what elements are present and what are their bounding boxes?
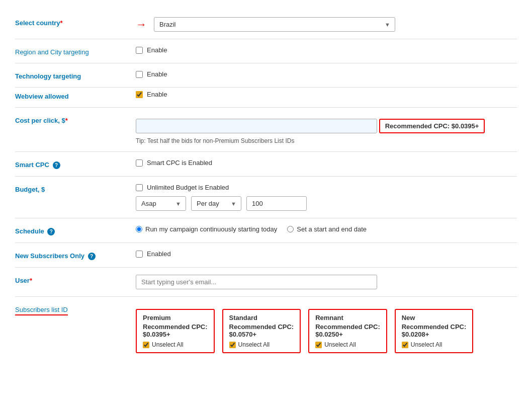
region-city-checkbox[interactable] [136,47,143,54]
sub-card-premium-cpc: Recommended CPC: $0.0395+ [143,323,208,338]
budget-period-select[interactable]: Per day Per week Per month Total [191,196,241,211]
cpc-control: 0.01 Recommended CPC: $0.0395+ Tip: Test… [136,115,517,144]
schedule-option1: Run my campaign continuously starting to… [136,225,277,233]
budget-period-wrapper: Per day Per week Per month Total ▼ [191,196,241,211]
country-select-wrapper: Brazil United States Germany France ▼ [154,17,395,32]
cpc-tip: Tip: Test half the bids for non-Premium … [136,137,517,144]
new-subscribers-checkbox-row: Enabled [136,250,517,258]
budget-control: Unlimited Budget is Enabled Asap Evenly … [136,184,517,211]
cpc-section: Cost per click, $* 0.01 Recommended CPC:… [15,108,517,152]
sub-card-premium-unselect: Unselect All [143,341,208,348]
new-subscribers-label: New Subscribers Only ? [15,250,126,260]
region-city-checkbox-row: Enable [136,46,517,54]
new-subscribers-section: New Subscribers Only ? Enabled [15,243,517,268]
smart-cpc-control: Smart CPC is Enabled [136,159,517,167]
country-select[interactable]: Brazil United States Germany France [154,17,395,32]
budget-unlimited-checkbox-row: Unlimited Budget is Enabled [136,184,517,191]
technology-section: Technology targeting Enable [15,63,517,88]
budget-amount-input[interactable] [246,196,307,211]
new-unselect-checkbox[interactable] [402,342,408,348]
budget-unlimited-label: Unlimited Budget is Enabled [147,184,229,191]
sub-card-premium: Premium Recommended CPC: $0.0395+ Unsele… [136,309,215,353]
sub-card-standard: Standard Recommended CPC: $0.0570+ Unsel… [222,309,301,353]
schedule-label: Schedule ? [15,225,126,235]
new-subscribers-checkbox[interactable] [136,251,143,258]
schedule-radio-continuous[interactable] [136,226,142,232]
budget-label: Budget, $ [15,184,126,193]
technology-checkbox-label: Enable [147,70,167,78]
schedule-option2: Set a start and end date [287,225,367,233]
subscribers-cards: Premium Recommended CPC: $0.0395+ Unsele… [136,309,517,353]
standard-unselect-label: Unselect All [238,341,270,348]
smart-cpc-checkbox[interactable] [136,159,143,167]
new-subscribers-help-icon[interactable]: ? [88,253,96,260]
sub-card-remnant-title: Remnant [315,314,380,321]
schedule-help-icon[interactable]: ? [47,228,55,235]
smart-cpc-help-icon[interactable]: ? [53,162,60,169]
sub-card-remnant-cpc: Recommended CPC: $0.0250+ [315,323,380,338]
sub-card-new-unselect: Unselect All [402,341,467,348]
budget-row: Asap Evenly ▼ Per day Per week Per month… [136,196,517,211]
new-subscribers-checkbox-label: Enabled [147,250,171,258]
new-subscribers-control: Enabled [136,250,517,258]
technology-label: Technology targeting [15,70,126,80]
sub-card-standard-title: Standard [229,314,294,321]
region-city-section: Region and City targeting Enable [15,39,517,63]
user-email-input[interactable] [136,275,377,289]
webview-checkbox[interactable] [136,91,143,98]
sub-card-new: New Recommended CPC: $0.0208+ Unselect A… [395,309,474,353]
region-city-control: Enable [136,46,517,54]
sub-card-standard-unselect: Unselect All [229,341,294,348]
smart-cpc-section: Smart CPC ? Smart CPC is Enabled [15,152,517,177]
select-country-section: Select country* → Brazil United States G… [15,10,517,39]
sub-card-new-cpc: Recommended CPC: $0.0208+ [402,323,467,338]
schedule-section: Schedule ? Run my campaign continuously … [15,218,517,243]
cpc-label: Cost per click, $* [15,115,126,124]
budget-section: Budget, $ Unlimited Budget is Enabled As… [15,177,517,218]
cpc-input[interactable]: 0.01 [136,119,377,133]
subscribers-list-label: Subscribers list ID [15,306,68,315]
sub-card-standard-cpc: Recommended CPC: $0.0570+ [229,323,294,338]
region-city-checkbox-label: Enable [147,46,167,54]
sub-card-remnant: Remnant Recommended CPC: $0.0250+ Unsele… [308,309,387,353]
webview-control: Enable [136,91,517,98]
recommended-cpc-box: Recommended CPC: $0.0395+ [379,119,485,133]
user-label: User* [15,275,126,284]
schedule-control: Run my campaign continuously starting to… [136,225,517,233]
schedule-radio-dates[interactable] [287,226,294,232]
webview-checkbox-row: Enable [136,91,517,98]
subscribers-list-label-col: Subscribers list ID [15,304,126,315]
budget-pacing-wrapper: Asap Evenly ▼ [136,196,186,211]
budget-unlimited-checkbox[interactable] [136,184,143,191]
smart-cpc-checkbox-label: Smart CPC is Enabled [147,159,212,167]
red-arrow-icon: → [136,19,147,30]
subscribers-list-section: Subscribers list ID Premium Recommended … [15,297,517,353]
sub-card-new-title: New [402,314,467,321]
technology-control: Enable [136,70,517,78]
user-control [136,275,517,289]
user-section: User* [15,268,517,297]
smart-cpc-label: Smart CPC ? [15,159,126,169]
country-control: → Brazil United States Germany France ▼ [136,17,395,32]
region-city-label: Region and City targeting [15,46,126,56]
budget-pacing-select[interactable]: Asap Evenly [136,196,186,211]
sub-card-remnant-unselect: Unselect All [315,341,380,348]
premium-unselect-checkbox[interactable] [143,342,149,348]
schedule-option2-label: Set a start and end date [297,225,367,233]
remnant-unselect-label: Unselect All [324,341,356,348]
schedule-option1-label: Run my campaign continuously starting to… [145,225,277,233]
technology-checkbox[interactable] [136,71,143,78]
sub-card-premium-title: Premium [143,314,208,321]
remnant-unselect-checkbox[interactable] [315,342,322,348]
new-unselect-label: Unselect All [411,341,442,348]
technology-checkbox-row: Enable [136,70,517,78]
subscribers-list-control: Premium Recommended CPC: $0.0395+ Unsele… [136,304,517,353]
schedule-radio-row: Run my campaign continuously starting to… [136,225,517,233]
select-country-label: Select country* [15,17,126,27]
webview-section: Webview allowed Enable [15,88,517,108]
standard-unselect-checkbox[interactable] [229,342,236,348]
smart-cpc-checkbox-row: Smart CPC is Enabled [136,159,517,167]
premium-unselect-label: Unselect All [152,341,184,348]
webview-checkbox-label: Enable [147,91,167,98]
webview-label: Webview allowed [15,91,126,100]
